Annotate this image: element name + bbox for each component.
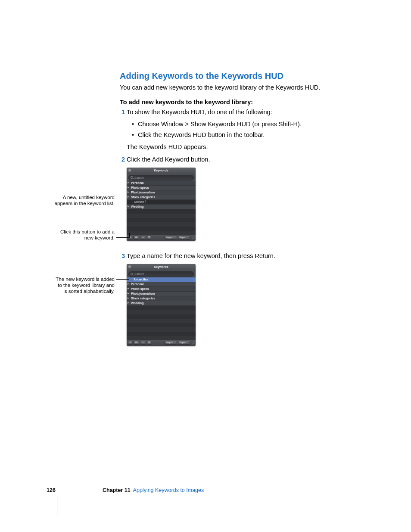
triangle-icon (128, 283, 129, 285)
hud-toolbar: ＋ ⊞ − ⚿ Import... Export... (127, 235, 196, 241)
list-item[interactable]: Personal (127, 282, 196, 287)
hud-search-placeholder: Search (134, 272, 144, 276)
callout-line (116, 201, 128, 201)
triangle-icon (128, 297, 129, 299)
step-1-bullet-a: Choose Window > Show Keywords HUD (or pr… (132, 120, 361, 129)
add-subkeyword-button[interactable]: ⊞ (133, 236, 139, 240)
intro-paragraph: You can add new keywords to the keyword … (120, 84, 361, 92)
page-footer: 126 Chapter 11 Applying Keywords to Imag… (47, 487, 359, 493)
list-item[interactable]: Wedding (127, 301, 196, 306)
add-subkeyword-button[interactable]: ⊞ (133, 341, 139, 345)
hud-empty-area (127, 209, 196, 235)
step-1-bullet-b: Click the Keywords HUD button in the too… (132, 131, 361, 140)
step-number: 3 (115, 252, 125, 261)
footer-rule (57, 496, 57, 517)
hud-search-placeholder: Search (134, 176, 144, 180)
hud-empty-area (127, 306, 196, 340)
chapter-label: Chapter 11 (103, 487, 131, 493)
callout-line (116, 237, 129, 238)
hud-body: Personal Photo specs Photojournalism Sto… (127, 180, 196, 235)
keyword-edit-field[interactable]: Untitled (133, 200, 146, 204)
keywords-hud: Keywords Search Personal Photo specs Pho… (127, 168, 196, 241)
hud-body: Antarctica Personal Photo specs Photojou… (127, 277, 196, 340)
add-keyword-button[interactable]: ＋ (128, 341, 132, 345)
figure-2: Keywords Search Antarctica Personal Phot… (127, 264, 361, 350)
search-icon (131, 176, 133, 179)
hud-titlebar: Keywords (127, 168, 196, 174)
list-item[interactable]: Photojournalism (127, 190, 196, 195)
hud-toolbar: ＋ ⊞ − ⚿ Import... Export... (127, 340, 196, 346)
step-1-text: To show the Keywords HUD, do one of the … (127, 109, 272, 115)
steps-list: 1 To show the Keywords HUD, do one of th… (120, 108, 361, 350)
chapter-title: Applying Keywords to Images (133, 487, 204, 493)
triangle-icon (128, 292, 129, 294)
list-item-editing[interactable]: Untitled (127, 200, 196, 205)
callout-text: Click this button to add a new keyword. (54, 229, 115, 241)
step-3-text: Type a name for the new keyword, then pr… (127, 252, 275, 259)
list-item[interactable]: Photo specs (127, 186, 196, 190)
callout-text: The new keyword is added to the keyword … (54, 276, 115, 295)
add-keyword-button[interactable]: ＋ (128, 236, 132, 240)
triangle-icon (128, 187, 129, 188)
close-icon[interactable] (128, 168, 132, 172)
step-3: 3 Type a name for the new keyword, then … (120, 252, 361, 350)
export-button[interactable]: Export... (178, 341, 190, 345)
figure-1: Keywords Search Personal Photo specs Pho… (127, 168, 361, 245)
resize-grip-icon[interactable] (191, 236, 194, 240)
close-icon[interactable] (128, 265, 132, 269)
triangle-icon (128, 191, 129, 193)
import-button[interactable]: Import... (165, 236, 177, 240)
list-item[interactable]: Personal (127, 181, 196, 186)
list-item[interactable]: Photojournalism (127, 292, 196, 296)
remove-keyword-button[interactable]: − (140, 341, 146, 345)
callout-text: A new, untitled keyword appears in the k… (54, 194, 115, 207)
step-number: 1 (115, 108, 125, 117)
lock-button[interactable]: ⚿ (147, 341, 151, 345)
keywords-hud: Keywords Search Antarctica Personal Phot… (127, 264, 196, 346)
step-2-text: Click the Add Keyword button. (127, 156, 210, 163)
hud-title: Keywords (154, 169, 168, 172)
page-number: 126 (47, 487, 103, 493)
list-item[interactable]: Photo specs (127, 287, 196, 292)
remove-keyword-button[interactable]: − (140, 236, 146, 240)
document-page: Adding Keywords to the Keywords HUD You … (0, 0, 411, 532)
resize-grip-icon[interactable] (191, 341, 194, 345)
hud-search-field[interactable]: Search (128, 175, 194, 180)
triangle-icon (128, 182, 129, 184)
procedure-title: To add new keywords to the keyword libra… (120, 98, 361, 107)
triangle-icon (128, 302, 129, 304)
triangle-icon (128, 205, 129, 207)
hud-search-field[interactable]: Search (128, 271, 194, 277)
list-item-selected[interactable]: Antarctica (127, 277, 196, 282)
step-number: 2 (115, 156, 125, 164)
step-2: 2 Click the Add Keyword button. Keywords… (120, 156, 361, 245)
callout-line (116, 279, 129, 280)
triangle-icon (128, 288, 129, 289)
list-item[interactable]: Stock categories (127, 296, 196, 301)
hud-keyword-list: Antarctica Personal Photo specs Photojou… (127, 277, 196, 306)
step-1-sublist: Choose Window > Show Keywords HUD (or pr… (132, 120, 361, 140)
text-column: Adding Keywords to the Keywords HUD You … (120, 71, 361, 357)
hud-keyword-list: Personal Photo specs Photojournalism Sto… (127, 181, 196, 209)
step-1: 1 To show the Keywords HUD, do one of th… (120, 108, 361, 151)
callout-line (129, 233, 130, 238)
list-item[interactable]: Stock categories (127, 195, 196, 200)
import-button[interactable]: Import... (165, 341, 177, 345)
export-button[interactable]: Export... (178, 236, 190, 240)
triangle-icon (128, 196, 129, 198)
list-item[interactable]: Wedding (127, 205, 196, 209)
hud-title: Keywords (154, 265, 168, 268)
section-heading: Adding Keywords to the Keywords HUD (120, 71, 361, 81)
lock-button[interactable]: ⚿ (147, 236, 151, 240)
search-icon (131, 273, 133, 275)
hud-titlebar: Keywords (127, 264, 196, 270)
step-1-result: The Keywords HUD appears. (127, 143, 361, 152)
